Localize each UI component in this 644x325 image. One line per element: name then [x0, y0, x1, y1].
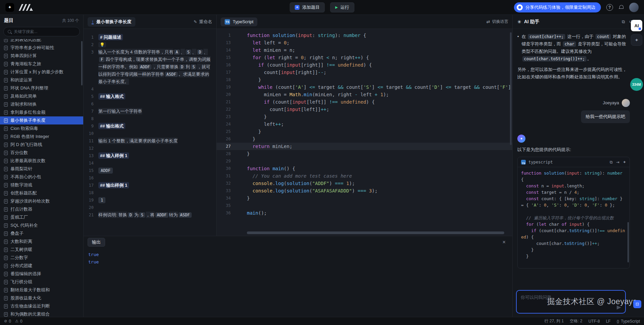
user-avatar[interactable]: [629, 3, 639, 12]
problem-list-item[interactable]: 计算位置 x 到 y 的最少步数: [0, 68, 83, 76]
close-output-icon[interactable]: ×: [500, 239, 508, 245]
encoding[interactable]: UTF-8: [588, 318, 600, 324]
problem-editor[interactable]: 1# 问题描述2💡3输入一个长度为 4 倍数的字符串，只有A、S、D、F四个字母…: [84, 29, 216, 236]
code-token: [247, 40, 253, 45]
app-logo[interactable]: ✦: [5, 3, 14, 12]
problem-list-item[interactable]: 猜数字游戏: [0, 181, 83, 189]
warning-icon: ⚠: [15, 319, 19, 323]
problem-list-item[interactable]: 翻转后最大子数组和: [0, 286, 83, 294]
language-mode[interactable]: {} TypeScript: [617, 318, 640, 324]
problem-list-item[interactable]: 简单四则计算: [0, 52, 83, 60]
line-number: 11: [84, 137, 98, 145]
code-token: () {: [284, 166, 295, 171]
indentation[interactable]: 空格: 2: [570, 318, 582, 324]
help-icon[interactable]: ?: [606, 4, 613, 11]
editor-header: TS TypeScript ⇄ 切换语言: [217, 15, 512, 29]
promo-button[interactable]: 分享代码练习体验，领限量定制周边: [514, 2, 601, 12]
code-line-content: for (let right = 0; right < n; right++) …: [237, 54, 512, 61]
code-line-content: console.log(solution("ADDF") === 1);: [237, 180, 512, 187]
warning-count[interactable]: ⚠ 0: [15, 319, 23, 324]
problem-list-item[interactable]: 暴雨梨花针: [0, 165, 83, 173]
points-badge[interactable]: 334M: [630, 78, 643, 91]
sidebar-scrollbar[interactable]: [81, 41, 83, 85]
code-token: string: [579, 196, 594, 201]
code-token: count[char.: [521, 241, 564, 246]
problem-list-item[interactable]: 和的逆运算: [0, 76, 83, 84]
code-editor[interactable]: 1function solution(input: string): numbe…: [217, 29, 512, 236]
problem-list-item[interactable]: 拿到最多红包金额: [0, 108, 83, 116]
problem-list-item[interactable]: 打点计数器: [0, 205, 83, 213]
problem-list-item[interactable]: 创意标题匹配: [0, 189, 83, 197]
problem-list-item[interactable]: 进制求和转换: [0, 100, 83, 108]
ai-sparkle-icon: ✳: [517, 19, 521, 25]
run-button[interactable]: ▶ 运行: [330, 2, 354, 12]
tab-typescript[interactable]: TS TypeScript: [221, 17, 257, 26]
code-token: undefined: [338, 62, 363, 68]
output-tab[interactable]: 输出: [88, 238, 105, 247]
problem-list-item[interactable]: 蛋糕工厂: [0, 213, 83, 221]
editor-horizontal-scrollbar[interactable]: [247, 231, 504, 234]
code-token: (: [309, 181, 312, 186]
code-token: );: [372, 188, 378, 193]
problem-list-item[interactable]: 百分位数: [0, 149, 83, 157]
problem-list-item[interactable]: 番茄编辑的选择: [0, 270, 83, 278]
search-input[interactable]: 关键字搜索...: [3, 27, 80, 36]
code-token: ): [329, 181, 335, 186]
code-token: function: [247, 33, 272, 38]
add-problem-button[interactable]: + 添加题目: [290, 2, 325, 12]
problem-list-item[interactable]: 穿越沙漠的补给次数: [0, 197, 83, 205]
copy-code-icon[interactable]: ⧉: [610, 158, 613, 166]
problem-list-item[interactable]: 字符串有多少种可能性: [0, 44, 83, 52]
problem-list-item[interactable]: 正则表达式匹配: [0, 39, 83, 44]
side-widget-icon[interactable]: ✦: [631, 34, 642, 46]
share-ic,on[interactable]: ⧉: [622, 19, 625, 25]
problem-list-item[interactable]: 比赛最高获胜次数: [0, 157, 83, 165]
inline-code: char: [563, 41, 576, 47]
problem-list-item[interactable]: 叠盘子: [0, 229, 83, 238]
ai-code-line: [521, 208, 626, 215]
code-token: n =: [539, 183, 552, 188]
document-icon: [4, 102, 8, 107]
code-token: target = n /: [539, 190, 574, 195]
error-count[interactable]: ⊘ 0: [4, 319, 11, 324]
problem-list-item[interactable]: 飞行棋分组: [0, 278, 83, 286]
problem-title[interactable]: ↓ 最小替换子串长度: [88, 17, 135, 27]
brand-logo[interactable]: [18, 3, 34, 11]
problem-list-item[interactable]: 不再担心的小包: [0, 173, 83, 181]
problem-list-item[interactable]: 和为偶数的元素组合: [0, 310, 83, 317]
problem-list-item[interactable]: 股票收益最大化: [0, 294, 83, 302]
topbar-right: 分享代码练习体验，领限量定制周边 ?: [514, 2, 639, 12]
problem-list-item[interactable]: RGB 色值转 Integer: [0, 133, 83, 141]
send-icon[interactable]: [617, 305, 621, 310]
ai-floating-badge[interactable]: AI: [631, 20, 642, 31]
insert-code-icon[interactable]: ⇥: [616, 158, 619, 166]
problem-list-item[interactable]: 最小替换子串长度: [0, 116, 83, 124]
problem-list-item[interactable]: 古生物血缘远近判断: [0, 302, 83, 310]
problem-list-item[interactable]: SQL 代码补全: [0, 221, 83, 229]
problem-list: 正则表达式匹配字符串有多少种可能性简单四则计算青海湖租车之旅计算位置 x 到 y…: [0, 39, 83, 317]
problem-list-item[interactable]: Cion 勒索病毒: [0, 124, 83, 133]
problem-list-item[interactable]: 大数和距离: [0, 238, 83, 246]
problem-list-item[interactable]: 分布式团建: [0, 262, 83, 270]
panel-toggle-button[interactable]: ⊡: [633, 300, 641, 308]
code-token: left =: [261, 40, 284, 45]
problem-list-item[interactable]: 二分数字: [0, 254, 83, 262]
notification-bell-icon[interactable]: [618, 5, 624, 10]
problem-list-item[interactable]: 阿 D 的飞行路线: [0, 141, 83, 149]
magic-icon[interactable]: ✦: [623, 158, 626, 166]
switch-language-button[interactable]: ⇄ 切换语言: [486, 19, 508, 25]
ai-chat-input[interactable]: 你可以问我问题: [516, 290, 626, 314]
cursor-position[interactable]: 行 27, 列 1: [544, 318, 564, 324]
code-block-scrollbar[interactable]: [627, 222, 629, 262]
code-token: main: [247, 210, 258, 216]
line-number: 16: [217, 61, 237, 69]
problem-list-item[interactable]: 二叉树供暖: [0, 246, 83, 254]
problem-list-item[interactable]: 及格如此简单: [0, 92, 83, 100]
problem-list-item[interactable]: 青海湖租车之旅: [0, 60, 83, 68]
line-number: 10: [84, 130, 98, 137]
problem-line-content: [98, 159, 216, 167]
problem-list-item[interactable]: 环状 DNA 序列整理: [0, 84, 83, 92]
rename-button[interactable]: ✎ 重命名: [194, 19, 212, 25]
editor-vertical-scrollbar[interactable]: [510, 32, 512, 145]
eol[interactable]: LF: [606, 318, 611, 324]
